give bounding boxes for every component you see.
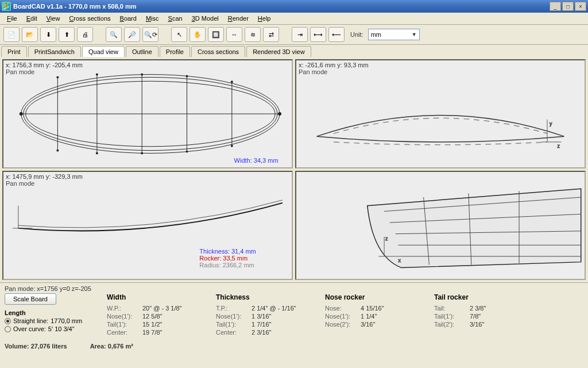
- zoom-in-icon[interactable]: 🔍: [106, 27, 122, 42]
- toolbar: 📄 📂 ⬇ ⬆ 🖨 🔍 🔎 🔍⟳ ↖ ✋ 🔲 ↔ ≋ ⇄ ⇥ ⟷ ⟵ Unit:…: [0, 25, 588, 45]
- svg-point-20: [231, 145, 233, 147]
- cross-section-icon[interactable]: ≋: [245, 27, 261, 42]
- menubar: File Edit View Cross sections Board Misc…: [0, 13, 588, 25]
- menu-file[interactable]: File: [2, 14, 22, 23]
- radio-straight[interactable]: [5, 318, 11, 324]
- zoom-reset-icon[interactable]: 🔍⟳: [142, 27, 158, 42]
- menu-misc[interactable]: Misc: [141, 14, 164, 23]
- k: Center:: [216, 329, 248, 336]
- menu-help[interactable]: Help: [253, 14, 276, 23]
- chevron-down-icon: ▼: [412, 32, 417, 37]
- v: 19 7/8": [142, 329, 200, 336]
- tab-printsandwich[interactable]: PrintSandwich: [28, 46, 81, 57]
- dim-a-icon[interactable]: ⇥: [292, 27, 308, 42]
- menu-view[interactable]: View: [42, 14, 65, 23]
- tab-profile[interactable]: Profile: [160, 46, 190, 57]
- select-icon[interactable]: ↔: [226, 27, 242, 42]
- mirror-icon[interactable]: ⇄: [263, 27, 279, 42]
- window-title: BoardCAD v1.1a - 1770,0 mm x 508,0 mm: [13, 3, 137, 10]
- svg-point-18: [186, 151, 188, 153]
- radio-overcurve[interactable]: [5, 326, 11, 332]
- minimize-button[interactable]: _: [550, 2, 561, 11]
- svg-point-17: [186, 75, 188, 77]
- v: 20" @ - 3 1/8": [142, 305, 200, 312]
- v: 1 7/16": [252, 321, 309, 328]
- tab-rendered-3d[interactable]: Rendered 3D view: [246, 46, 311, 57]
- svg-text:z: z: [558, 143, 560, 149]
- dim-b-icon[interactable]: ⟷: [310, 27, 326, 42]
- v: 3/16": [470, 321, 527, 328]
- pane-coords: x: 1475,9 mm y: -329,3 mm: [6, 173, 83, 180]
- pane-mode: Pan mode: [6, 68, 83, 75]
- v: 2 3/8": [470, 305, 527, 312]
- rocker-pane[interactable]: x: 1475,9 mm y: -329,3 mm Pan mode Thick…: [2, 171, 293, 280]
- v: 12 5/8": [142, 313, 200, 320]
- v: 4 15/16": [361, 305, 418, 312]
- area-readout: Area: 0,676 m²: [90, 343, 133, 350]
- width-readout: Width: 34,3 mm: [234, 157, 278, 164]
- svg-point-15: [141, 74, 143, 76]
- pane-mode: Pan mode: [299, 68, 369, 75]
- data-panel: Pan mode: x=1756 y=0 z=-205 Scale Board …: [0, 282, 588, 368]
- k: Tail(1'):: [107, 321, 139, 328]
- unit-select[interactable]: mm ▼: [368, 29, 420, 40]
- menu-scan[interactable]: Scan: [164, 14, 187, 23]
- pane-coords: x: -261,6 mm y: 93,3 mm: [299, 62, 369, 68]
- unit-label: Unit:: [350, 31, 363, 38]
- menu-cross-sections[interactable]: Cross sections: [64, 14, 115, 23]
- scale-board-button[interactable]: Scale Board: [5, 293, 56, 305]
- width-section: Width W.P.:20" @ - 3 1/8" Nose(1'):12 5/…: [107, 293, 200, 337]
- svg-text:x: x: [399, 258, 401, 263]
- svg-point-14: [96, 152, 98, 155]
- v: 1 3/16": [252, 313, 309, 320]
- overcurve-value: 5' 10 3/4": [48, 325, 75, 332]
- k: Nose(1'):: [325, 313, 357, 320]
- tab-cross-sections[interactable]: Cross sections: [191, 46, 245, 57]
- menu-3d-model[interactable]: 3D Model: [187, 14, 223, 23]
- tail-rocker-heading: Tail rocker: [434, 293, 527, 301]
- straight-value: 1770,0 mm: [51, 317, 82, 324]
- k: W.P.:: [107, 305, 139, 312]
- dim-c-icon[interactable]: ⟵: [328, 27, 345, 42]
- pane-mode: Pan mode: [6, 180, 83, 187]
- open-icon[interactable]: 📂: [22, 27, 38, 42]
- menu-render[interactable]: Render: [223, 14, 253, 23]
- pane-coords: x: 1756,3 mm y: -205,4 mm: [6, 62, 83, 68]
- k: Tail(1'):: [216, 321, 248, 328]
- k: Tail(2'):: [434, 321, 466, 328]
- k: Nose(2'):: [325, 321, 357, 328]
- k: Nose(1'):: [216, 313, 248, 320]
- pointer-icon[interactable]: ↖: [171, 27, 187, 42]
- save-up-icon[interactable]: ⬆: [59, 27, 75, 42]
- tab-print[interactable]: Print: [1, 46, 27, 57]
- v: 7/8": [470, 313, 527, 320]
- tab-outline[interactable]: Outline: [126, 46, 158, 57]
- nose-rocker-heading: Nose rocker: [325, 293, 418, 301]
- print-icon[interactable]: 🖨: [77, 27, 93, 42]
- pan-hand-icon[interactable]: ✋: [189, 27, 206, 42]
- v: 15 1/2": [142, 321, 200, 328]
- new-icon[interactable]: 📄: [3, 27, 20, 42]
- unit-value: mm: [371, 31, 381, 38]
- profile-pane[interactable]: x: -261,6 mm y: 93,3 mm Pan mode y z: [295, 59, 586, 168]
- menu-edit[interactable]: Edit: [22, 14, 42, 23]
- thickness-readout: Thickness: 31,4 mm: [199, 248, 256, 255]
- tail-rocker-section: Tail rocker Tail:2 3/8" Tail(1'):7/8" Ta…: [434, 293, 527, 329]
- svg-text:z: z: [385, 236, 388, 241]
- tab-quad-view[interactable]: Quad view: [82, 46, 125, 57]
- menu-board[interactable]: Board: [115, 14, 141, 23]
- zoom-box-icon[interactable]: 🔲: [208, 27, 224, 42]
- svg-point-10: [278, 112, 281, 116]
- width-heading: Width: [107, 293, 200, 301]
- 3d-pane[interactable]: z x: [295, 171, 586, 280]
- v: 3/16": [361, 321, 418, 328]
- rocker-readout: Rocker: 33,5 mm: [199, 255, 256, 262]
- maximize-button[interactable]: □: [562, 2, 574, 11]
- k: Nose:: [325, 305, 357, 312]
- thickness-section: Thickness T.P.:2 1/4" @ - 1/16" Nose(1')…: [216, 293, 309, 337]
- close-button[interactable]: ×: [575, 2, 586, 11]
- pan-status: Pan mode: x=1756 y=0 z=-205: [5, 285, 583, 292]
- outline-pane[interactable]: x: 1756,3 mm y: -205,4 mm Pan mode: [2, 59, 293, 168]
- zoom-out-icon[interactable]: 🔎: [124, 27, 140, 42]
- save-down-icon[interactable]: ⬇: [40, 27, 56, 42]
